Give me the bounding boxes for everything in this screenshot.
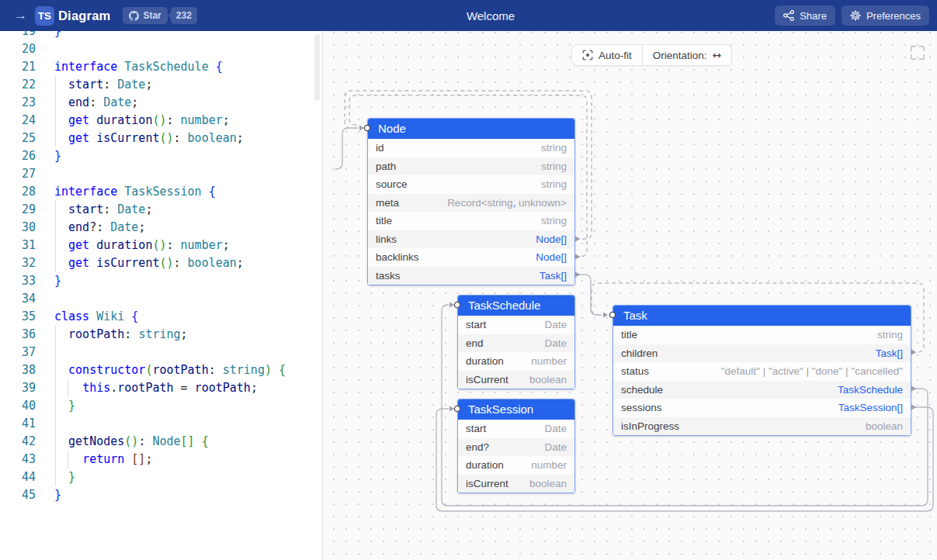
code-line[interactable]: 21interface TaskSchedule { — [0, 58, 314, 76]
field-name: start — [466, 319, 486, 330]
code-line[interactable]: 27 — [0, 165, 314, 183]
code-line[interactable]: 28interface TaskSession { — [0, 183, 314, 201]
code-line[interactable]: 34 — [0, 290, 314, 308]
code-line[interactable]: 31 get duration(): number; — [0, 237, 314, 254]
code-text — [36, 40, 54, 58]
line-number: 24 — [0, 112, 36, 130]
field-type: TaskSession[] — [838, 402, 903, 413]
code-line[interactable]: 40 } — [0, 397, 314, 415]
entity-box-taskschedule[interactable]: TaskSchedulestartDateendDatedurationnumb… — [457, 295, 575, 389]
field-row: pathstring — [368, 157, 574, 176]
code-line[interactable]: 42 getNodes(): Node[] { — [0, 433, 314, 451]
field-type: string — [877, 329, 903, 340]
entity-header[interactable]: Node — [368, 119, 574, 139]
preferences-button[interactable]: Preferences — [842, 5, 929, 26]
indent-guide — [55, 326, 56, 486]
line-number: 25 — [0, 130, 36, 147]
code-line[interactable]: 23 end: Date; — [0, 94, 314, 112]
field-row: idstring — [368, 139, 574, 157]
type-link[interactable]: Node[] — [536, 251, 567, 263]
code-line[interactable]: 33} — [0, 272, 314, 290]
entity-header[interactable]: Task — [613, 306, 911, 326]
diagram-canvas[interactable]: Auto-fit Orientation: ↔ Nodeidstringpath… — [323, 31, 937, 560]
sidebar-toggle-arrow-icon[interactable]: → — [14, 8, 27, 23]
type-link[interactable]: Task[] — [540, 270, 567, 282]
share-button[interactable]: Share — [775, 5, 835, 26]
line-number: 33 — [0, 272, 36, 290]
code-text — [36, 344, 54, 361]
entity-box-node[interactable]: NodeidstringpathstringsourcestringmetaRe… — [367, 118, 575, 285]
line-number: 42 — [0, 433, 36, 451]
fullscreen-button[interactable] — [908, 44, 927, 63]
code-text: } — [36, 147, 61, 165]
code-line[interactable]: 38 constructor(rootPath: string) { — [0, 361, 314, 379]
indent-guide — [55, 201, 56, 272]
field-name: isInProgress — [621, 420, 679, 432]
code-line[interactable]: 25 get isCurrent(): boolean; — [0, 130, 314, 147]
star-label: Star — [143, 10, 161, 21]
code-text: } — [36, 272, 61, 290]
orientation-arrow-icon: ↔ — [713, 49, 721, 61]
code-line[interactable]: 39 this.rootPath = rootPath; — [0, 379, 314, 397]
entity-header[interactable]: TaskSchedule — [458, 296, 574, 316]
code-line[interactable]: 45} — [0, 486, 314, 504]
auto-fit-button[interactable]: Auto-fit — [572, 45, 642, 65]
line-number: 36 — [0, 326, 36, 344]
type-link[interactable]: Node[] — [536, 233, 567, 245]
code-text: start: Date; — [36, 76, 152, 94]
orientation-button[interactable]: Orientation: ↔ — [643, 45, 731, 65]
app-title: Diagram — [58, 9, 110, 23]
code-line[interactable]: 44 } — [0, 468, 314, 486]
code-line[interactable]: 26} — [0, 147, 314, 165]
share-label: Share — [800, 10, 827, 22]
code-line[interactable]: 24 get duration(): number; — [0, 112, 314, 130]
orientation-label: Orientation: — [653, 50, 707, 61]
field-row: scheduleTaskSchedule — [613, 381, 911, 399]
code-line[interactable]: 41 — [0, 415, 314, 433]
code-text: rootPath: string; — [36, 326, 188, 344]
line-number: 41 — [0, 415, 36, 433]
code-line[interactable]: 36 rootPath: string; — [0, 326, 314, 344]
canvas-toolbar: Auto-fit Orientation: ↔ — [571, 44, 732, 66]
entity-header[interactable]: TaskSession — [458, 399, 574, 420]
code-line[interactable]: 19} — [0, 31, 314, 40]
field-row: childrenTask[] — [613, 344, 911, 363]
field-name: backlinks — [376, 251, 419, 263]
code-text: constructor(rootPath: string) { — [36, 361, 286, 379]
ts-logo[interactable]: TS — [35, 6, 54, 26]
field-type: Record<string, unknown> — [447, 197, 567, 209]
code-text: get duration(): number; — [36, 112, 230, 130]
code-line[interactable]: 22 start: Date; — [0, 76, 314, 94]
field-row: titlestring — [613, 326, 911, 344]
field-name: title — [376, 215, 392, 226]
entity-box-tasksession[interactable]: TaskSessionstartDateend?Datedurationnumb… — [457, 399, 575, 493]
code-line[interactable]: 30 end?: Date; — [0, 219, 314, 237]
type-link[interactable]: TaskSchedule — [838, 384, 903, 396]
editor-scrollbar[interactable] — [314, 34, 320, 101]
field-type: Node[] — [536, 233, 567, 245]
field-row: end?Date — [458, 438, 574, 457]
preferences-label: Preferences — [866, 10, 921, 22]
field-name: meta — [376, 197, 399, 209]
field-type: Date — [544, 441, 567, 453]
code-line[interactable]: 35class Wiki { — [0, 308, 314, 326]
fullscreen-icon — [909, 44, 926, 61]
field-row: metaRecord<string, unknown> — [368, 194, 574, 213]
code-line[interactable]: 20 — [0, 40, 314, 58]
field-name: sessions — [621, 402, 662, 413]
entity-fields: startDateend?DatedurationnumberisCurrent… — [458, 420, 574, 493]
entity-box-task[interactable]: TasktitlestringchildrenTask[]status"defa… — [613, 305, 911, 436]
type-link[interactable]: Task[] — [876, 347, 903, 359]
code-line[interactable]: 32 get isCurrent(): boolean; — [0, 254, 314, 272]
field-type: Task[] — [876, 347, 903, 359]
code-line[interactable]: 29 start: Date; — [0, 201, 314, 219]
code-line[interactable]: 37 — [0, 344, 314, 361]
code-text — [36, 290, 54, 308]
code-line[interactable]: 43 return []; — [0, 451, 314, 468]
type-link[interactable]: TaskSession[] — [838, 402, 903, 413]
navbar-right: Share Preferences — [775, 5, 929, 26]
field-name: status — [621, 365, 649, 377]
entity-fields: titlestringchildrenTask[]status"default"… — [613, 326, 911, 435]
code-editor-panel[interactable]: 19}2021interface TaskSchedule {22 start:… — [0, 31, 323, 560]
github-star-badge[interactable]: Star 232 — [123, 7, 196, 24]
